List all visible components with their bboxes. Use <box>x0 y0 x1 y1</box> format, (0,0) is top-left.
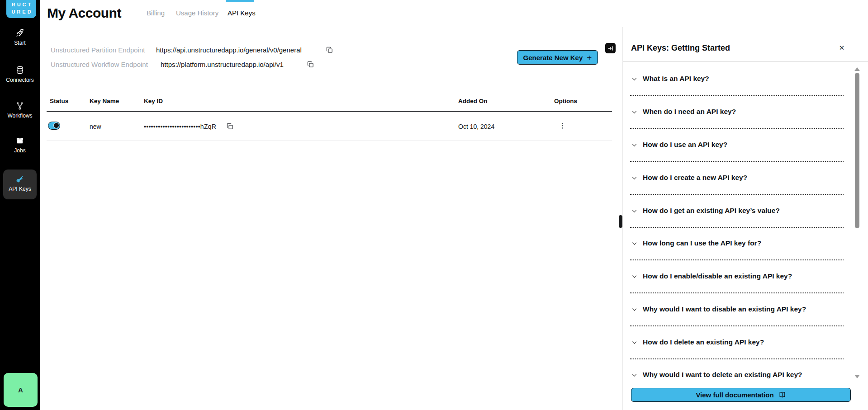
faq-item-what-is-api-key[interactable]: What is an API key? <box>631 74 844 84</box>
tab-usage-history[interactable]: Usage History <box>176 9 218 17</box>
sidebar-item-start[interactable]: Start <box>0 28 40 46</box>
kebab-icon[interactable]: ⋮ <box>559 121 566 130</box>
chevron-down-icon <box>631 141 638 148</box>
partition-endpoint-value: https://api.unstructuredapp.io/general/v… <box>156 46 302 54</box>
database-icon <box>15 66 24 75</box>
col-header-key-name: Key Name <box>90 98 119 104</box>
chevron-down-icon <box>631 372 638 378</box>
workflow-icon <box>15 101 24 110</box>
faq-separator <box>630 259 844 260</box>
sidebar-item-label: API Keys <box>3 186 37 192</box>
faq-separator <box>630 292 844 293</box>
tab-billing[interactable]: Billing <box>147 9 165 17</box>
scrollbar-down-arrow[interactable] <box>854 375 860 378</box>
avatar-letter: A <box>18 386 23 394</box>
scrollbar-thumb[interactable] <box>855 73 859 228</box>
toggle-knob <box>53 123 59 128</box>
sidebar-item-label: Jobs <box>0 147 40 154</box>
active-tab-indicator <box>226 0 254 2</box>
view-full-documentation-label: View full documentation <box>696 391 773 399</box>
col-header-key-id: Key ID <box>144 98 163 104</box>
added-on-cell: Oct 10, 2024 <box>458 123 494 130</box>
faq-separator <box>630 358 844 359</box>
col-header-status: Status <box>50 98 68 104</box>
page-title: My Account <box>47 5 121 21</box>
sidebar-item-label: Connectors <box>0 77 40 83</box>
chevron-down-icon <box>631 240 638 247</box>
chevron-down-icon <box>631 174 638 181</box>
panel-header-divider <box>623 61 868 62</box>
rocket-icon <box>15 28 24 38</box>
view-full-documentation-button[interactable]: View full documentation <box>631 388 851 402</box>
faq-item-why-delete-key[interactable]: Why would I want to delete an existing A… <box>631 370 844 380</box>
copy-icon[interactable] <box>326 46 333 54</box>
panel-resize-handle[interactable] <box>619 215 622 228</box>
scrollbar-up-arrow[interactable] <box>854 67 860 71</box>
faq-item-how-use-api-key[interactable]: How do I use an API key? <box>631 140 844 150</box>
faq-item-get-existing-key-value[interactable]: How do I get an existing API key’s value… <box>631 206 844 216</box>
workflow-endpoint-value: https://platform.unstructuredapp.io/api/… <box>161 61 284 68</box>
faq-item-enable-disable-key[interactable]: How do I enable/disable an existing API … <box>631 271 844 281</box>
col-header-added-on: Added On <box>458 98 488 104</box>
sidebar-item-label: Workflows <box>0 113 40 119</box>
faq-separator <box>630 325 844 326</box>
tab-api-keys[interactable]: API Keys <box>228 9 256 17</box>
app-root: RUCT URED Start Con <box>0 0 868 410</box>
book-icon <box>778 391 786 399</box>
key-icon <box>15 174 24 184</box>
logo-line1: RUCT <box>6 1 36 8</box>
faq-separator <box>630 194 844 195</box>
collapse-panel-icon[interactable] <box>605 43 616 53</box>
table-row-divider <box>47 140 612 141</box>
copy-icon[interactable] <box>226 123 234 130</box>
faq-item-create-new-api-key[interactable]: How do I create a new API key? <box>631 173 844 183</box>
faq-item-when-need-api-key[interactable]: When do I need an API key? <box>631 107 844 117</box>
avatar[interactable]: A <box>4 373 38 407</box>
plus-icon: + <box>587 53 592 62</box>
key-id-cell: ••••••••••••••••••••••••hZqR <box>144 123 216 130</box>
help-panel-title: API Keys: Getting Started <box>631 43 730 53</box>
logo-line2: URED <box>6 8 36 15</box>
faq-item-why-disable-key[interactable]: Why would I want to disable an existing … <box>631 304 844 314</box>
faq-separator <box>630 161 844 162</box>
sidebar-item-connectors[interactable]: Connectors <box>0 66 40 83</box>
chevron-down-icon <box>631 75 638 82</box>
partition-endpoint-label: Unstructured Partition Endpoint <box>51 46 145 54</box>
sidebar-item-workflows[interactable]: Workflows <box>0 101 40 119</box>
close-icon[interactable]: ✕ <box>836 42 848 54</box>
sidebar: RUCT URED Start Con <box>0 0 40 410</box>
faq-item-how-long-use-key[interactable]: How long can I use the API key for? <box>631 238 844 248</box>
sidebar-item-jobs[interactable]: Jobs <box>0 136 40 154</box>
sidebar-item-api-keys[interactable]: API Keys <box>3 170 37 199</box>
chevron-down-icon <box>631 339 638 346</box>
workflow-endpoint-label: Unstructured Workflow Endpoint <box>51 61 148 68</box>
faq-item-delete-existing-key[interactable]: How do I delete an existing API key? <box>631 337 844 347</box>
panel-left-border <box>622 27 623 410</box>
copy-icon[interactable] <box>307 61 314 68</box>
chevron-down-icon <box>631 207 638 214</box>
chevron-down-icon <box>631 306 638 313</box>
col-header-options: Options <box>554 98 577 104</box>
chevron-down-icon <box>631 108 638 115</box>
generate-new-key-label: Generate New Key <box>523 54 583 61</box>
jobs-box-icon <box>15 136 24 145</box>
key-name-cell: new <box>90 123 101 130</box>
sidebar-item-label: Start <box>0 40 40 46</box>
faq-separator <box>630 227 844 228</box>
faq-separator <box>630 128 844 129</box>
chevron-down-icon <box>631 273 638 280</box>
table-header-divider <box>47 111 612 112</box>
faq-separator <box>630 95 844 96</box>
app-logo[interactable]: RUCT URED <box>6 0 36 18</box>
key-status-toggle[interactable] <box>48 122 60 130</box>
generate-new-key-button[interactable]: Generate New Key + <box>517 50 598 65</box>
